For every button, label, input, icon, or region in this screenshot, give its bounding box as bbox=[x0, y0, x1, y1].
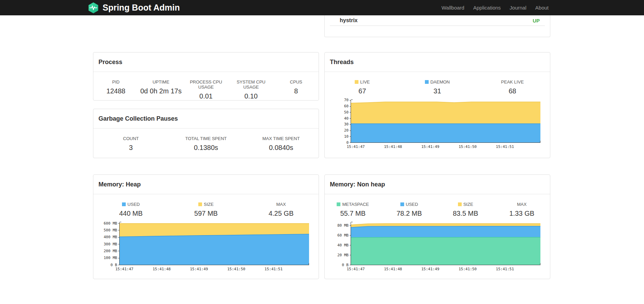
stat-nonheap-size: SIZE 83.5 MB bbox=[438, 202, 494, 217]
brand-title: Spring Boot Admin bbox=[103, 3, 180, 13]
nav-item-journal[interactable]: Journal bbox=[505, 5, 531, 11]
stat-pid: PID 12488 bbox=[93, 79, 138, 100]
panel-title: Memory: Heap bbox=[93, 175, 319, 194]
memory-nonheap-panel: Memory: Non heap METASPACE 55.7 MB USED … bbox=[324, 174, 550, 279]
svg-text:20 MB: 20 MB bbox=[337, 253, 349, 257]
nav-item-about[interactable]: About bbox=[531, 5, 553, 11]
svg-text:70: 70 bbox=[344, 98, 349, 102]
brand[interactable]: Spring Boot Admin bbox=[88, 2, 180, 14]
svg-text:300 MB: 300 MB bbox=[104, 242, 117, 246]
legend-swatch-live bbox=[355, 80, 358, 84]
stat-cpus: CPUS 8 bbox=[274, 79, 319, 100]
legend-swatch-used bbox=[122, 202, 126, 206]
svg-text:600 MB: 600 MB bbox=[104, 221, 117, 226]
nonheap-chart: 0 B20 MB40 MB60 MB80 MB15:41:4715:41:481… bbox=[333, 221, 542, 272]
stat-heap-max: MAX 4.25 GB bbox=[244, 202, 319, 217]
svg-text:20: 20 bbox=[344, 128, 349, 133]
svg-text:400 MB: 400 MB bbox=[104, 235, 117, 239]
panel-title: Process bbox=[93, 52, 319, 72]
stat-process-cpu: PROCESS CPU USAGE 0.01 bbox=[183, 79, 228, 100]
svg-text:15:41:50: 15:41:50 bbox=[459, 267, 477, 271]
svg-text:15:41:47: 15:41:47 bbox=[347, 267, 365, 271]
spring-boot-admin-logo-icon bbox=[88, 2, 99, 14]
svg-text:60 MB: 60 MB bbox=[337, 233, 349, 238]
svg-text:15:41:50: 15:41:50 bbox=[227, 267, 245, 271]
stat-threads-peak-live: PEAK LIVE 68 bbox=[475, 79, 550, 95]
threads-chart: 01020304050607015:41:4715:41:4815:41:491… bbox=[333, 98, 542, 150]
svg-text:15:41:50: 15:41:50 bbox=[459, 145, 477, 149]
gc-panel: Garbage Collection Pauses COUNT 3 TOTAL … bbox=[93, 109, 319, 158]
legend-swatch-size bbox=[198, 202, 202, 206]
stat-gc-count: COUNT 3 bbox=[93, 136, 168, 152]
svg-text:15:41:49: 15:41:49 bbox=[421, 145, 439, 149]
svg-text:500 MB: 500 MB bbox=[104, 228, 117, 232]
svg-text:15:41:47: 15:41:47 bbox=[347, 145, 365, 149]
navbar: Spring Boot Admin Wallboard Applications… bbox=[0, 0, 644, 15]
health-row-hystrix: hystrix UP bbox=[330, 15, 545, 26]
svg-text:15:41:48: 15:41:48 bbox=[384, 145, 402, 149]
stat-threads-daemon: DAEMON 31 bbox=[400, 79, 475, 95]
svg-text:100 MB: 100 MB bbox=[104, 256, 117, 260]
health-name: hystrix bbox=[340, 17, 357, 24]
heap-legend: USED 440 MB SIZE 597 MB MAX 4.25 GB bbox=[93, 194, 319, 217]
nav-links: Wallboard Applications Journal About bbox=[437, 5, 556, 11]
stat-nonheap-max: MAX 1.33 GB bbox=[494, 202, 550, 217]
svg-text:15:41:47: 15:41:47 bbox=[116, 267, 134, 271]
svg-text:15:41:51: 15:41:51 bbox=[264, 267, 282, 271]
nonheap-legend: METASPACE 55.7 MB USED 78.2 MB SIZE 83.5… bbox=[325, 194, 550, 217]
svg-text:60: 60 bbox=[344, 104, 349, 108]
stat-nonheap-used: USED 78.2 MB bbox=[381, 202, 437, 217]
svg-text:50: 50 bbox=[344, 110, 349, 115]
svg-text:15:41:48: 15:41:48 bbox=[153, 267, 171, 271]
nav-item-applications[interactable]: Applications bbox=[469, 5, 505, 11]
legend-swatch-used bbox=[400, 202, 404, 206]
legend-swatch-metaspace bbox=[337, 202, 340, 206]
svg-text:0 B: 0 B bbox=[110, 263, 117, 267]
svg-text:15:41:48: 15:41:48 bbox=[384, 267, 402, 271]
svg-text:0 B: 0 B bbox=[342, 263, 349, 267]
svg-text:15:41:51: 15:41:51 bbox=[496, 267, 514, 271]
svg-text:15:41:51: 15:41:51 bbox=[496, 145, 514, 149]
nav-item-wallboard[interactable]: Wallboard bbox=[437, 5, 469, 11]
health-panel: hystrix UP bbox=[324, 15, 550, 37]
svg-text:15:41:49: 15:41:49 bbox=[190, 267, 208, 271]
legend-swatch-daemon bbox=[425, 80, 429, 84]
stat-gc-total-time: TOTAL TIME SPENT 0.1380s bbox=[168, 136, 243, 152]
process-stats: PID 12488 UPTIME 0d 0h 2m 17s PROCESS CP… bbox=[93, 72, 319, 100]
stat-heap-used: USED 440 MB bbox=[93, 202, 168, 217]
application-details: hystrix UP Process PID 12488 UPTIME 0d 0… bbox=[93, 15, 551, 304]
svg-text:10: 10 bbox=[344, 134, 349, 139]
svg-text:40: 40 bbox=[344, 116, 349, 121]
process-panel: Process PID 12488 UPTIME 0d 0h 2m 17s PR… bbox=[93, 52, 319, 101]
gc-stats: COUNT 3 TOTAL TIME SPENT 0.1380s MAX TIM… bbox=[93, 128, 319, 152]
stat-uptime: UPTIME 0d 0h 2m 17s bbox=[138, 79, 183, 100]
heap-chart: 0 B100 MB200 MB300 MB400 MB500 MB600 MB1… bbox=[102, 221, 311, 272]
threads-legend: LIVE 67 DAEMON 31 PEAK LIVE 68 bbox=[325, 72, 550, 95]
stat-system-cpu: SYSTEM CPU USAGE 0.10 bbox=[229, 79, 274, 100]
svg-text:0: 0 bbox=[346, 140, 349, 145]
svg-text:40 MB: 40 MB bbox=[337, 243, 349, 247]
memory-heap-panel: Memory: Heap USED 440 MB SIZE 597 MB MAX… bbox=[93, 174, 319, 279]
stat-heap-size: SIZE 597 MB bbox=[168, 202, 243, 217]
svg-text:30: 30 bbox=[344, 122, 349, 126]
svg-text:80 MB: 80 MB bbox=[337, 223, 349, 228]
svg-text:15:41:49: 15:41:49 bbox=[421, 267, 439, 271]
panel-title: Garbage Collection Pauses bbox=[93, 109, 319, 128]
health-status-badge: UP bbox=[533, 18, 540, 24]
legend-swatch-size bbox=[458, 202, 462, 206]
svg-text:200 MB: 200 MB bbox=[104, 249, 117, 253]
stat-gc-max-time: MAX TIME SPENT 0.0840s bbox=[244, 136, 319, 152]
stat-threads-live: LIVE 67 bbox=[325, 79, 400, 95]
panel-title: Memory: Non heap bbox=[325, 175, 550, 194]
threads-panel: Threads LIVE 67 DAEMON 31 PEAK LIVE 68 bbox=[324, 52, 550, 158]
panel-title: Threads bbox=[325, 52, 550, 72]
stat-nonheap-metaspace: METASPACE 55.7 MB bbox=[325, 202, 381, 217]
